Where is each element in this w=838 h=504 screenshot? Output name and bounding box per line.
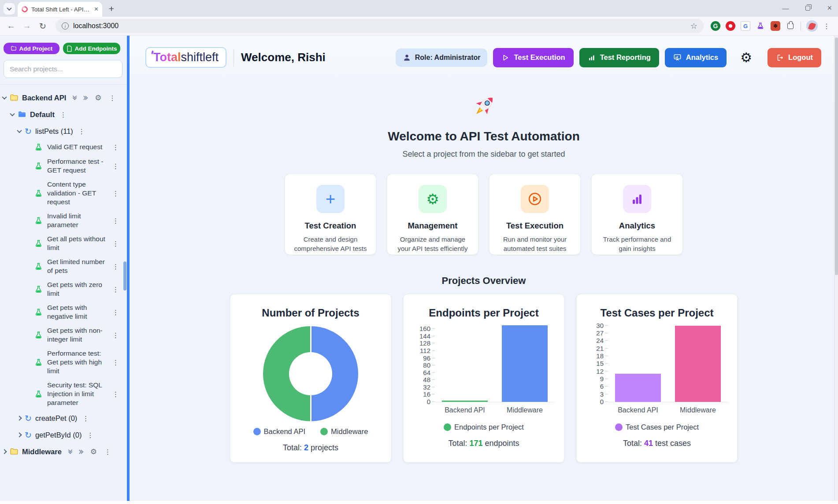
test-reporting-button[interactable]: Test Reporting bbox=[579, 48, 659, 67]
site-info-icon[interactable]: i bbox=[62, 22, 69, 29]
collapse-all-icon[interactable] bbox=[73, 96, 76, 99]
test-execution-button[interactable]: Test Execution bbox=[493, 48, 573, 67]
extensions-puzzle-icon[interactable] bbox=[786, 21, 795, 31]
logout-button[interactable]: Logout bbox=[768, 48, 821, 67]
tree-item[interactable]: Valid GET request⋮ bbox=[0, 140, 127, 155]
tree-item[interactable]: Middleware⚙⋮ bbox=[0, 443, 127, 460]
back-button[interactable]: ← bbox=[5, 21, 17, 31]
kebab-menu-icon[interactable]: ⋮ bbox=[112, 144, 119, 151]
minimize-button[interactable]: — bbox=[782, 5, 789, 11]
kebab-menu-icon[interactable]: ⋮ bbox=[82, 415, 89, 422]
kebab-menu-icon[interactable]: ⋮ bbox=[112, 391, 119, 397]
kebab-menu-icon[interactable]: ⋮ bbox=[112, 163, 119, 169]
page-scrollbar[interactable] bbox=[834, 36, 838, 504]
feature-card-test-execution[interactable]: Test ExecutionRun and monitor your autom… bbox=[489, 174, 581, 255]
kebab-menu-icon[interactable]: ⋮ bbox=[109, 95, 116, 101]
feature-card-analytics[interactable]: AnalyticsTrack performance and gain insi… bbox=[591, 174, 683, 255]
tree-item[interactable]: Get pets with negative limit⋮ bbox=[0, 301, 127, 324]
bar-backend-api[interactable] bbox=[442, 401, 488, 402]
expand-all-icon[interactable] bbox=[79, 450, 83, 453]
play-icon bbox=[501, 54, 509, 62]
add-endpoints-button[interactable]: Add Endpoints bbox=[63, 43, 120, 54]
kebab-menu-icon[interactable]: ⋮ bbox=[112, 309, 119, 316]
tree-item[interactable]: Get pets with zero limit⋮ bbox=[0, 278, 127, 301]
sync-icon[interactable]: ↻ bbox=[25, 431, 32, 439]
restore-button[interactable] bbox=[805, 6, 810, 11]
new-tab-button[interactable]: + bbox=[106, 3, 117, 15]
tree-item[interactable]: ↻getPetById (0)⋮ bbox=[0, 427, 127, 443]
collapse-all-icon[interactable] bbox=[69, 450, 72, 453]
flask-extension-icon[interactable] bbox=[756, 21, 765, 31]
browser-menu-icon[interactable]: ⋮ bbox=[823, 22, 830, 30]
search-projects-input[interactable] bbox=[4, 60, 122, 78]
feature-card-management[interactable]: ⚙ManagementOrganize and manage your API … bbox=[387, 174, 478, 255]
bug-tool-extension-icon[interactable]: ✽ bbox=[771, 21, 780, 31]
kebab-menu-icon[interactable]: ⋮ bbox=[87, 432, 93, 438]
y-axis-tick: 27 bbox=[586, 329, 604, 337]
tree-item[interactable]: Get all pets without limit⋮ bbox=[0, 232, 127, 255]
url-bar[interactable]: i localhost:3000 ☆ bbox=[56, 19, 704, 33]
gear-icon[interactable]: ⚙ bbox=[95, 94, 101, 102]
tree-item[interactable]: Invalid limit parameter⋮ bbox=[0, 209, 127, 232]
translate-extension-icon[interactable]: G bbox=[741, 21, 750, 31]
kebab-menu-icon[interactable]: ⋮ bbox=[104, 449, 111, 455]
kebab-menu-icon[interactable]: ⋮ bbox=[112, 359, 119, 366]
url-text[interactable]: localhost:3000 bbox=[73, 22, 686, 30]
legend-item[interactable]: Backend API bbox=[253, 427, 305, 436]
tree-item[interactable]: Performance test: Get pets with high lim… bbox=[0, 346, 127, 378]
profile-avatar[interactable] bbox=[806, 20, 818, 32]
sync-icon[interactable]: ↻ bbox=[25, 127, 32, 136]
x-axis-labels: Backend APIMiddleware bbox=[608, 406, 728, 417]
settings-gear-icon[interactable]: ⚙ bbox=[740, 51, 752, 64]
gear-icon[interactable]: ⚙ bbox=[90, 448, 97, 456]
tree-item[interactable]: ↻createPet (0)⋮ bbox=[0, 410, 127, 427]
tree-item[interactable]: Get pets with non-integer limit⋮ bbox=[0, 324, 127, 346]
kebab-menu-icon[interactable]: ⋮ bbox=[112, 263, 119, 270]
sync-icon[interactable]: ↻ bbox=[25, 414, 32, 423]
reload-button[interactable]: ↻ bbox=[37, 21, 48, 31]
kebab-menu-icon[interactable]: ⋮ bbox=[112, 217, 119, 224]
forward-button[interactable]: → bbox=[21, 21, 33, 31]
analytics-button[interactable]: Analytics bbox=[665, 48, 727, 67]
page-scrollbar-thumb[interactable] bbox=[835, 37, 838, 275]
feature-card-test-creation[interactable]: +Test CreationCreate and design comprehe… bbox=[285, 174, 376, 255]
tree-item[interactable]: Backend API⚙⋮ bbox=[0, 89, 127, 106]
close-button[interactable]: × bbox=[827, 4, 832, 12]
bar-middleware[interactable] bbox=[502, 325, 548, 402]
bookmark-star-icon[interactable]: ☆ bbox=[690, 21, 697, 31]
bar-middleware[interactable] bbox=[675, 326, 721, 402]
tree-item[interactable]: Security test: SQL Injection in limit pa… bbox=[0, 378, 127, 410]
tree-item[interactable]: Get limited number of pets⋮ bbox=[0, 255, 127, 278]
flask-icon bbox=[34, 143, 43, 151]
tree-item[interactable]: Default⋮ bbox=[0, 106, 127, 123]
tab-close-icon[interactable]: × bbox=[94, 6, 98, 13]
grammarly-extension-icon[interactable]: G bbox=[711, 21, 720, 31]
chevron-down-icon[interactable] bbox=[2, 95, 7, 99]
legend-item[interactable]: Middleware bbox=[320, 427, 368, 436]
tab-search-button[interactable] bbox=[4, 3, 15, 15]
adblocker-extension-icon[interactable] bbox=[726, 21, 735, 31]
kebab-menu-icon[interactable]: ⋮ bbox=[78, 128, 85, 135]
tree-item[interactable]: Performance test - GET request⋮ bbox=[0, 155, 127, 177]
kebab-menu-icon[interactable]: ⋮ bbox=[112, 286, 119, 293]
sidebar-scrollbar[interactable] bbox=[123, 261, 126, 291]
chart-total: Total: 171 endpoints bbox=[448, 439, 519, 448]
add-project-button[interactable]: Add Project bbox=[4, 43, 59, 54]
chevron-right-icon[interactable] bbox=[2, 449, 7, 454]
chevron-down-icon[interactable] bbox=[10, 111, 15, 116]
kebab-menu-icon[interactable]: ⋮ bbox=[60, 111, 67, 118]
kebab-menu-icon[interactable]: ⋮ bbox=[112, 190, 119, 197]
tree-item[interactable]: ↻listPets (11)⋮ bbox=[0, 123, 127, 140]
tree-item[interactable]: Content type validation - GET request⋮ bbox=[0, 177, 127, 209]
x-axis-labels: Backend APIMiddleware bbox=[435, 406, 555, 417]
expand-all-icon[interactable] bbox=[84, 96, 87, 99]
bar-backend-api[interactable] bbox=[615, 374, 661, 402]
legend-item[interactable]: Test Cases per Project bbox=[615, 423, 699, 431]
browser-tab[interactable]: Total Shift Left - API Automation × bbox=[18, 2, 102, 17]
chevron-right-icon[interactable] bbox=[17, 432, 22, 437]
legend-item[interactable]: Endpoints per Project bbox=[444, 423, 524, 431]
chevron-down-icon[interactable] bbox=[17, 128, 22, 133]
kebab-menu-icon[interactable]: ⋮ bbox=[112, 332, 119, 338]
chevron-right-icon[interactable] bbox=[17, 416, 22, 420]
kebab-menu-icon[interactable]: ⋮ bbox=[112, 240, 119, 247]
